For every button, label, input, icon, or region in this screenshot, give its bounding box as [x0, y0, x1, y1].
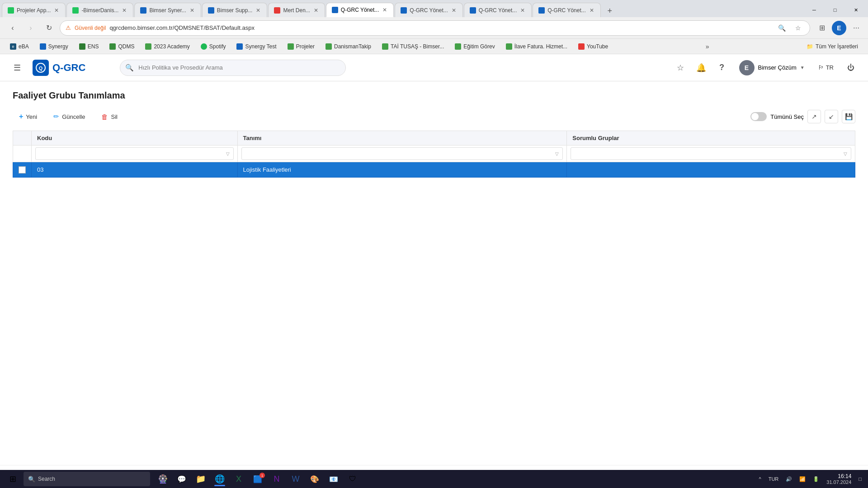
language-button[interactable]: 🏳 TR — [814, 61, 838, 74]
taskbar-onenote[interactable]: N — [268, 471, 286, 487]
tab-9[interactable]: Q-GRC Yönet... ✕ — [533, 3, 600, 17]
clock[interactable]: 16:14 31.07.2024 — [824, 471, 854, 487]
tab-7[interactable]: Q-GRC Yönet... ✕ — [395, 3, 462, 17]
bookmark-synergy[interactable]: Synergy — [35, 41, 73, 52]
bookmark-youtube[interactable]: YouTube — [574, 41, 613, 52]
notifications-button[interactable]: 🔔 — [693, 60, 709, 76]
tab-2[interactable]: -BimserDanis... ✕ — [66, 3, 133, 17]
tab-close-icon[interactable]: ✕ — [382, 6, 388, 14]
bookmark-spotify[interactable]: Spotify — [196, 41, 231, 52]
back-button[interactable]: ‹ — [5, 21, 20, 35]
taskbar-teams[interactable]: 🟦 1 — [249, 471, 267, 487]
reload-button[interactable]: ↻ — [42, 21, 56, 35]
taskbar-edge[interactable]: 🌐 — [211, 471, 229, 487]
tab-title: Q-GRC Yönet... — [479, 7, 517, 14]
volume-button[interactable]: 🔊 — [783, 471, 795, 487]
favorites-button[interactable]: ☆ — [672, 60, 689, 76]
tab-3[interactable]: Bimser Syner... ✕ — [134, 3, 201, 17]
network-button[interactable]: 📶 — [797, 471, 808, 487]
power-button[interactable]: ⏻ — [843, 60, 859, 76]
bookmark-spotify-label: Spotify — [209, 43, 226, 50]
tab-4[interactable]: Bimser Supp... ✕ — [202, 3, 268, 17]
lang-indicator[interactable]: TUR — [766, 471, 782, 487]
bookmark-egitim[interactable]: Eğitim Görev — [450, 41, 499, 52]
filter-sorumlu-cell: ▽ — [567, 145, 855, 162]
tab-8[interactable]: Q-GRC Yönet... ✕ — [464, 3, 532, 17]
taskbar-defender[interactable]: 🛡 — [344, 471, 362, 487]
bookmark-tai[interactable]: TAİ TUSAŞ - Bimser... — [377, 41, 448, 52]
taskbar-search-box[interactable]: 🔍 Search — [24, 472, 150, 486]
tab-close-icon[interactable]: ✕ — [451, 6, 457, 14]
start-button[interactable]: ⊞ — [4, 471, 22, 487]
filter-tanimi-input[interactable]: ▽ — [241, 147, 563, 160]
bookmark-projeler[interactable]: Projeler — [283, 41, 319, 52]
tab-icon — [470, 7, 476, 14]
tab-icon — [140, 7, 146, 14]
bookmark-qdms[interactable]: QDMS — [105, 41, 139, 52]
search-input[interactable] — [120, 60, 346, 76]
help-button[interactable]: ? — [714, 60, 730, 76]
bookmark-eba[interactable]: e eBA — [5, 41, 33, 52]
url-bar[interactable]: ⚠ Güvenli değil qgrcdemo.bimser.com.tr/Q… — [60, 20, 810, 36]
bookmarks-more-button[interactable]: » — [701, 40, 714, 53]
edge-icon: 🌐 — [215, 474, 225, 484]
tab-close-icon[interactable]: ✕ — [519, 6, 526, 14]
zoom-icon[interactable]: 🔍 — [775, 22, 788, 34]
bookmark-ilave[interactable]: İlave Fatura. Hizmet... — [501, 41, 572, 52]
bookmark-synergy-test[interactable]: Synergy Test — [232, 41, 281, 52]
user-profile-button[interactable]: E Bimser Çözüm ▼ — [735, 58, 809, 77]
onenote-icon: N — [274, 474, 280, 484]
tab-1[interactable]: Projeler App... ✕ — [2, 3, 66, 17]
new-button[interactable]: + Yeni — [13, 110, 43, 123]
close-button[interactable]: ✕ — [845, 3, 866, 17]
tab-5[interactable]: Mert Den... ✕ — [268, 3, 325, 17]
bookmark-star-icon[interactable]: ☆ — [792, 22, 804, 34]
filter-kodu-input[interactable]: ▽ — [35, 147, 234, 160]
show-hidden-icons[interactable]: ^ — [756, 471, 764, 487]
taskbar-chat[interactable]: 💬 — [173, 471, 191, 487]
row-tanimi-link[interactable]: Lojistik Faaliyetleri — [243, 166, 291, 173]
minimize-button[interactable]: ─ — [804, 3, 825, 17]
pencil-icon: ✏ — [53, 113, 59, 121]
tab-close-icon[interactable]: ✕ — [589, 6, 595, 14]
taskbar-outlook[interactable]: 📧 — [325, 471, 343, 487]
browser-settings-button[interactable]: ⋯ — [850, 22, 863, 34]
taskbar-word[interactable]: W — [287, 471, 305, 487]
taskbar-explorer[interactable]: 📁 — [192, 471, 210, 487]
tab-close-icon[interactable]: ✕ — [121, 6, 127, 14]
save-button[interactable]: 💾 — [842, 110, 855, 123]
bookmark-projeler-label: Projeler — [296, 43, 315, 50]
bookmark-ens[interactable]: ENS — [75, 41, 104, 52]
update-button[interactable]: ✏ Güncelle — [47, 110, 91, 123]
app-header: ☰ Q Q-GRC 🔍 ☆ 🔔 ? E — [0, 54, 868, 81]
folder-label: Tüm Yer İşaretleri — [816, 43, 858, 50]
filter-sorumlu-input[interactable]: ▽ — [571, 147, 851, 160]
paint-icon: 🎨 — [310, 475, 319, 483]
row-checkbox[interactable] — [19, 166, 26, 174]
extensions-button[interactable]: ⊞ — [816, 22, 828, 34]
table-row[interactable]: 03 Lojistik Faaliyetleri — [13, 162, 855, 178]
forward-button[interactable]: › — [24, 21, 38, 35]
maximize-button[interactable]: □ — [825, 3, 845, 17]
tab-close-icon[interactable]: ✕ — [53, 6, 60, 14]
tab-close-icon[interactable]: ✕ — [255, 6, 261, 14]
import-button[interactable]: ↙ — [825, 110, 838, 123]
taskbar-excel[interactable]: X — [230, 471, 248, 487]
row-checkbox-cell — [13, 162, 32, 178]
notification-center[interactable]: □ — [856, 471, 864, 487]
tab-close-icon[interactable]: ✕ — [313, 6, 319, 14]
taskbar-widgets[interactable]: 🎡 — [154, 471, 172, 487]
hamburger-button[interactable]: ☰ — [9, 60, 25, 76]
toggle-switch[interactable] — [750, 112, 767, 121]
bookmark-danisman[interactable]: DanismanTakip — [321, 41, 376, 52]
battery-button[interactable]: 🔋 — [810, 471, 822, 487]
new-tab-button[interactable]: + — [604, 5, 616, 17]
taskbar-paintbrush[interactable]: 🎨 — [306, 471, 324, 487]
bookmark-academy[interactable]: 2023 Academy — [141, 41, 194, 52]
export-button[interactable]: ↗ — [807, 110, 821, 123]
profile-button[interactable]: E — [832, 21, 846, 35]
tab-close-icon[interactable]: ✕ — [189, 6, 195, 14]
tab-6-active[interactable]: Q-GRC Yönet... ✕ — [326, 3, 394, 17]
delete-button[interactable]: 🗑 Sil — [95, 110, 123, 123]
bookmark-folder[interactable]: 📁 Tüm Yer İşaretleri — [802, 41, 863, 52]
